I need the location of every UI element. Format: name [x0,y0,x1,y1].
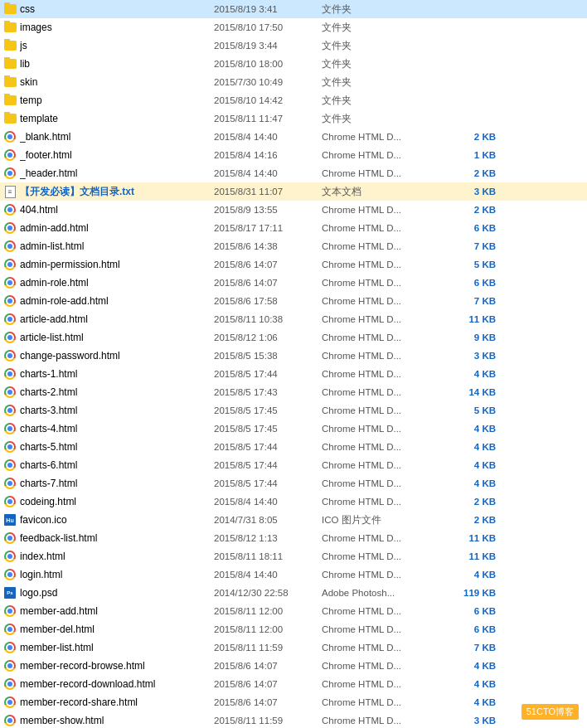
file-type: Chrome HTML D... [322,314,438,324]
file-type: Chrome HTML D... [322,424,438,434]
chrome-html-icon [3,459,17,472]
table-row[interactable]: charts-1.html2015/8/5 17:44Chrome HTML D… [0,365,587,383]
file-date: 2015/8/6 14:07 [214,260,322,269]
file-name: images [20,22,52,33]
folder-icon [3,75,17,89]
file-size: 2 KB [438,168,496,178]
file-size: 11 KB [438,314,496,324]
file-type: Chrome HTML D... [322,606,438,616]
table-row[interactable]: index.html2015/8/11 18:11Chrome HTML D..… [0,547,587,565]
file-date: 2015/8/12 1:06 [214,332,322,342]
table-row[interactable]: member-record-share.html2015/8/6 14:07Ch… [0,693,587,711]
file-size: 9 KB [438,332,496,342]
file-type: Chrome HTML D... [322,205,438,215]
file-name: charts-4.html [20,423,77,434]
table-row[interactable]: css2015/8/19 3:41文件夹 [0,0,587,18]
file-date: 2015/8/11 11:59 [214,716,322,726]
file-name: charts-5.html [20,441,77,453]
table-row[interactable]: charts-5.html2015/8/5 17:44Chrome HTML D… [0,438,587,456]
table-row[interactable]: admin-add.html2015/8/17 17:11Chrome HTML… [0,219,587,237]
table-row[interactable]: charts-2.html2015/8/5 17:43Chrome HTML D… [0,383,587,401]
file-name: _blank.html [20,131,70,143]
file-size: 4 KB [438,424,496,434]
table-row[interactable]: Hufavicon.ico2014/7/31 8:05ICO 图片文件2 KB [0,511,587,529]
table-row[interactable]: member-list.html2015/8/11 11:59Chrome HT… [0,638,587,657]
table-row[interactable]: temp2015/8/10 14:42文件夹 [0,91,587,109]
file-type: Adobe Photosh... [322,588,438,598]
file-date: 2015/8/4 14:16 [214,150,322,160]
chrome-html-icon [3,258,17,271]
file-name: charts-7.html [20,478,77,489]
table-row[interactable]: codeing.html2015/8/4 14:40Chrome HTML D.… [0,493,587,511]
file-name: admin-role.html [20,277,89,289]
table-row[interactable]: charts-3.html2015/8/5 17:45Chrome HTML D… [0,401,587,420]
file-date: 2015/8/17 17:11 [214,223,322,233]
table-row[interactable]: _blank.html2015/8/4 14:40Chrome HTML D..… [0,128,587,146]
file-name: _header.html [20,167,77,179]
table-row[interactable]: member-record-browse.html2015/8/6 14:07C… [0,657,587,675]
file-size: 14 KB [438,387,496,397]
chrome-html-icon [3,696,17,709]
file-type: Chrome HTML D... [322,697,438,707]
file-size: 4 KB [438,369,496,379]
table-row[interactable]: member-show.html2015/8/11 11:59Chrome HT… [0,711,587,728]
table-row[interactable]: article-add.html2015/8/11 10:38Chrome HT… [0,310,587,328]
ico-file-icon: Hu [3,513,17,527]
file-name: charts-6.html [20,459,77,471]
file-name: lib [20,58,30,70]
file-size: 4 KB [438,661,496,671]
table-row[interactable]: charts-7.html2015/8/5 17:44Chrome HTML D… [0,474,587,493]
chrome-html-icon [3,495,17,508]
file-name: admin-list.html [20,240,84,252]
folder-icon [3,57,17,70]
chrome-html-icon [3,349,17,362]
table-row[interactable]: article-list.html2015/8/12 1:06Chrome HT… [0,328,587,347]
table-row[interactable]: js2015/8/19 3:44文件夹 [0,36,587,55]
file-name: member-record-browse.html [20,660,145,672]
table-row[interactable]: member-add.html2015/8/11 12:00Chrome HTM… [0,602,587,620]
file-date: 2015/8/31 11:07 [214,187,322,197]
chrome-html-icon [3,130,17,143]
table-row[interactable]: admin-role.html2015/8/6 14:07Chrome HTML… [0,274,587,292]
table-row[interactable]: skin2015/7/30 10:49文件夹 [0,73,587,91]
table-row[interactable]: admin-list.html2015/8/6 14:38Chrome HTML… [0,237,587,255]
chrome-html-icon [3,203,17,216]
table-row[interactable]: template2015/8/11 11:47文件夹 [0,109,587,128]
file-list: css2015/8/19 3:41文件夹images2015/8/10 17:5… [0,0,587,728]
table-row[interactable]: charts-4.html2015/8/5 17:45Chrome HTML D… [0,420,587,438]
file-date: 2015/8/5 15:38 [214,351,322,361]
table-row[interactable]: member-del.html2015/8/11 12:00Chrome HTM… [0,620,587,638]
folder-icon [3,21,17,34]
table-row[interactable]: change-password.html2015/8/5 15:38Chrome… [0,347,587,365]
table-row[interactable]: admin-permission.html2015/8/6 14:07Chrom… [0,255,587,274]
table-row[interactable]: 【开发必读】文档目录.txt2015/8/31 11:07文本文档3 KB [0,182,587,201]
file-date: 2015/8/11 12:00 [214,624,322,634]
file-name: admin-add.html [20,222,89,234]
file-name: temp [20,95,42,106]
table-row[interactable]: login.html2015/8/4 14:40Chrome HTML D...… [0,565,587,584]
table-row[interactable]: 404.html2015/8/9 13:55Chrome HTML D...2 … [0,201,587,219]
file-date: 2015/8/5 17:44 [214,369,322,379]
file-size: 11 KB [438,551,496,561]
file-name: css [20,3,35,15]
file-date: 2015/8/6 14:07 [214,679,322,689]
table-row[interactable]: lib2015/8/10 18:00文件夹 [0,55,587,73]
file-type: Chrome HTML D... [322,460,438,470]
file-type: Chrome HTML D... [322,533,438,543]
table-row[interactable]: _header.html2015/8/4 14:40Chrome HTML D.… [0,164,587,182]
table-row[interactable]: charts-6.html2015/8/5 17:44Chrome HTML D… [0,456,587,474]
table-row[interactable]: images2015/8/10 17:50文件夹 [0,18,587,36]
table-row[interactable]: _footer.html2015/8/4 14:16Chrome HTML D.… [0,146,587,164]
table-row[interactable]: Pslogo.psd2014/12/30 22:58Adobe Photosh.… [0,584,587,602]
table-row[interactable]: member-record-download.html2015/8/6 14:0… [0,675,587,693]
file-date: 2015/8/10 18:00 [214,59,322,69]
chrome-html-icon [3,148,17,162]
file-type: Chrome HTML D... [322,369,438,379]
table-row[interactable]: feedback-list.html2015/8/12 1:13Chrome H… [0,529,587,547]
file-date: 2015/8/10 14:42 [214,95,322,105]
file-type: 文件夹 [322,58,438,70]
text-file-icon [3,185,17,198]
file-date: 2015/8/5 17:43 [214,387,322,397]
table-row[interactable]: admin-role-add.html2015/8/6 17:58Chrome … [0,292,587,310]
file-date: 2015/8/6 17:58 [214,296,322,306]
